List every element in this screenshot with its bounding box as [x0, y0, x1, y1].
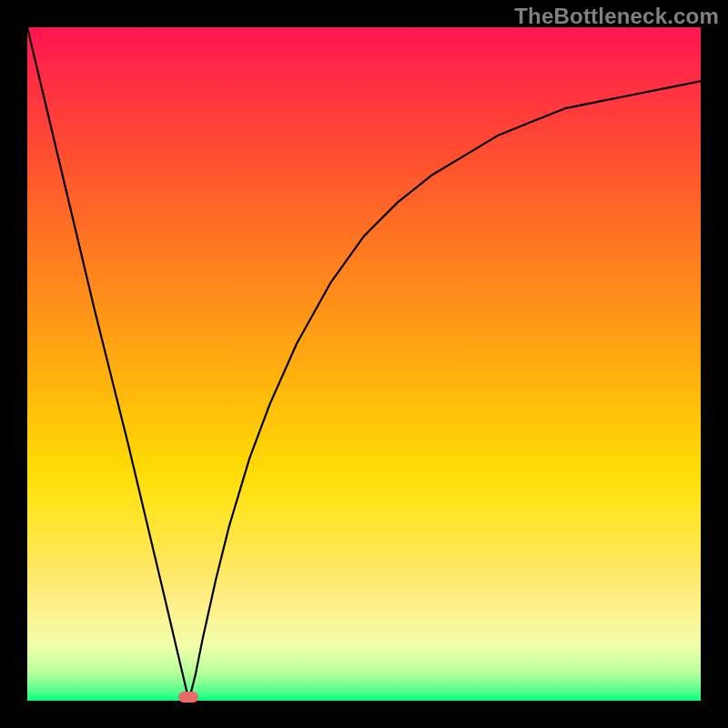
chart-container: TheBottleneck.com [0, 0, 728, 728]
curve-layer [27, 27, 701, 701]
watermark-text: TheBottleneck.com [514, 4, 719, 29]
bottleneck-curve [27, 27, 701, 701]
dip-marker [178, 692, 198, 703]
